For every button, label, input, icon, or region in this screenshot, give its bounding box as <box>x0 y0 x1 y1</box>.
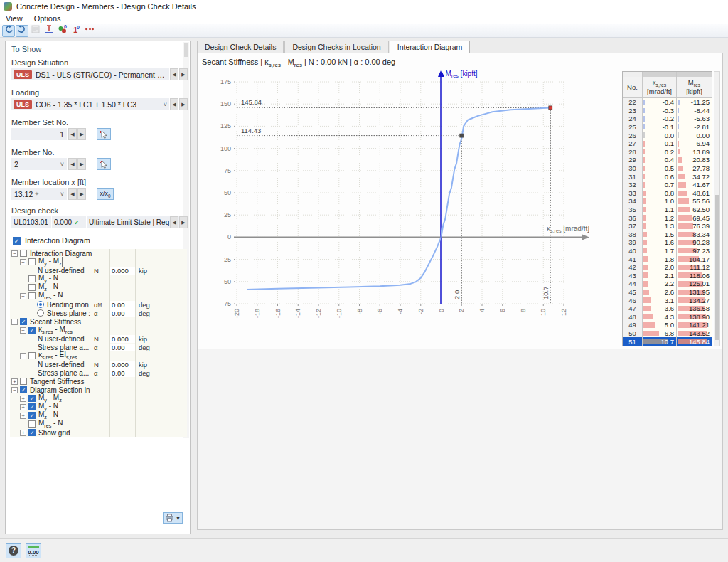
expand-icon[interactable]: + <box>20 430 26 436</box>
checkbox-checked-icon[interactable]: ✓ <box>13 237 21 245</box>
menu-options[interactable]: Options <box>28 14 67 23</box>
checkbox-unchecked-icon[interactable] <box>28 352 36 359</box>
collapse-icon[interactable]: − <box>11 319 18 325</box>
tree-row[interactable]: −✓κs,res - Mres <box>10 326 187 334</box>
table-row[interactable]: 432.1118.06 <box>623 271 712 280</box>
result-values-button[interactable]: 0 <box>56 25 69 37</box>
tree-row[interactable]: −My - Mz <box>10 258 187 266</box>
table-row[interactable]: 422.0111.12 <box>623 263 712 272</box>
tab-design-check-details[interactable]: Design Check Details <box>197 41 284 53</box>
member-set-next-button[interactable]: ▶ <box>77 128 86 140</box>
member-location-next-button[interactable]: ▶ <box>77 188 86 200</box>
radio-on-icon[interactable] <box>37 301 44 308</box>
design-situation-prev-button[interactable]: ◀ <box>170 68 178 80</box>
expand-icon[interactable]: + <box>20 413 26 419</box>
design-situation-combo[interactable]: ULS DS1 - ULS (STR/GEO) - Permanent and … <box>11 68 169 80</box>
checkbox-checked-icon[interactable]: ✓ <box>28 429 36 436</box>
navigate-forward-button[interactable] <box>16 25 28 37</box>
table-row[interactable]: 351.162.50 <box>623 206 712 214</box>
collapse-icon[interactable]: − <box>11 250 18 257</box>
member-set-pick-button[interactable] <box>97 128 111 140</box>
member-location-input[interactable]: 13.12⌖˅ <box>11 188 67 200</box>
expand-icon[interactable]: + <box>20 404 26 410</box>
tree-row[interactable]: Bending monαM0.00deg <box>10 300 187 309</box>
collapse-icon[interactable]: − <box>11 387 18 393</box>
tree-row[interactable]: +✓Show grid <box>10 428 187 437</box>
tree-row[interactable]: Stress plane :α0.00deg <box>10 309 187 317</box>
expand-icon[interactable]: + <box>11 378 18 385</box>
interaction-diagram-toggle[interactable]: ✓ Interaction Diagram <box>13 236 90 245</box>
decimal-places-button[interactable]: 0.00 <box>26 543 41 558</box>
checkbox-unchecked-icon[interactable] <box>28 284 36 291</box>
tree-row-value[interactable]: 0.00 <box>109 369 135 377</box>
menu-view[interactable]: View <box>0 14 28 23</box>
collapse-icon[interactable]: − <box>20 353 26 359</box>
tree-row[interactable]: N user-definedN0.000kip <box>10 334 187 343</box>
checkbox-checked-icon[interactable]: ✓ <box>20 318 27 325</box>
loading-combo[interactable]: ULS CO6 - 1.35 * LC1 + 1.50 * LC3 ˅ <box>11 98 169 110</box>
tree-row-value[interactable]: 0.00 <box>109 309 135 317</box>
collapse-icon[interactable]: − <box>20 293 26 299</box>
table-row[interactable]: 310.634.72 <box>623 172 712 181</box>
tree-row[interactable]: +Tangent Stiffness <box>10 377 187 386</box>
tree-row-value[interactable]: 0.000 <box>109 266 135 275</box>
checkbox-checked-icon[interactable]: ✓ <box>20 386 27 393</box>
radio-off-icon[interactable] <box>37 309 44 317</box>
dimensioning-button[interactable] <box>43 25 55 37</box>
tree-row-value[interactable]: 0.00 <box>109 343 135 351</box>
checkbox-checked-icon[interactable]: ✓ <box>28 395 36 402</box>
design-check-combo[interactable]: UL0103.01 0.000✔ Ultimate Limit State | … <box>11 216 189 228</box>
table-row[interactable]: 341.055.56 <box>623 197 712 206</box>
table-row[interactable]: 452.6131.95 <box>623 288 712 297</box>
member-no-pick-button[interactable] <box>97 158 111 170</box>
checkbox-unchecked-icon[interactable] <box>28 258 36 265</box>
help-button[interactable]: ? <box>6 543 21 558</box>
table-row[interactable]: 290.420.83 <box>623 156 712 164</box>
table-row[interactable]: 24-0.2-5.63 <box>623 115 712 123</box>
design-situation-next-button[interactable]: ▶ <box>179 68 188 80</box>
table-row[interactable]: 473.6136.58 <box>623 304 712 313</box>
table-row[interactable]: 401.797.23 <box>623 247 712 255</box>
checkbox-checked-icon[interactable]: ✓ <box>28 327 36 334</box>
checkbox-unchecked-icon[interactable] <box>28 420 36 428</box>
print-button[interactable]: ▼ <box>163 512 183 524</box>
tree-row[interactable]: N user-definedN0.000kip <box>10 360 187 369</box>
tree-row[interactable]: −κs,res - EIs,res <box>10 351 187 360</box>
tree-row[interactable]: Stress plane a...α0.00deg <box>10 369 187 377</box>
section-line-button[interactable] <box>83 25 96 37</box>
table-row[interactable]: 484.3138.90 <box>623 312 712 321</box>
loading-next-button[interactable]: ▶ <box>179 98 188 110</box>
numbering-button[interactable]: 10 <box>70 25 82 37</box>
table-row[interactable]: 463.1134.27 <box>623 296 712 304</box>
table-row[interactable]: 22-0.4-11.25 <box>623 98 712 107</box>
table-row[interactable]: 381.583.34 <box>623 230 712 239</box>
collapse-icon[interactable]: − <box>20 259 26 265</box>
navigate-back-button[interactable] <box>2 25 15 37</box>
tab-interaction-diagram[interactable]: Interaction Diagram <box>390 41 471 53</box>
design-check-prev-button[interactable]: ◀ <box>170 216 178 228</box>
table-row[interactable]: 506.8143.52 <box>623 329 712 338</box>
table-row[interactable]: 442.2125.01 <box>623 280 712 288</box>
expand-icon[interactable]: + <box>20 396 26 402</box>
checkbox-unchecked-icon[interactable] <box>28 292 36 299</box>
relative-location-button[interactable]: x/x0 <box>97 188 114 200</box>
table-row[interactable]: 270.16.94 <box>623 139 712 148</box>
checkbox-checked-icon[interactable]: ✓ <box>28 412 36 419</box>
tree-row-value[interactable]: 0.000 <box>109 334 135 343</box>
tree-row[interactable]: −Mres - N <box>10 292 187 300</box>
table-row[interactable]: 260.00.00 <box>623 131 712 139</box>
table-row[interactable]: 495.0141.21 <box>623 321 712 329</box>
table-row[interactable]: 320.741.67 <box>623 181 712 189</box>
checkbox-unchecked-icon[interactable] <box>20 378 27 385</box>
member-no-input[interactable]: 2˅ <box>11 158 67 170</box>
member-location-prev-button[interactable]: ◀ <box>68 188 77 200</box>
collapse-icon[interactable]: − <box>20 327 26 334</box>
member-set-prev-button[interactable]: ◀ <box>68 128 77 140</box>
table-scrollbar[interactable] <box>714 71 720 346</box>
table-row[interactable]: 411.8104.17 <box>623 255 712 263</box>
tree-row[interactable]: Mres - N <box>10 420 187 428</box>
table-row[interactable]: 300.527.78 <box>623 164 712 173</box>
checkbox-checked-icon[interactable]: ✓ <box>28 403 36 410</box>
tree-row-value[interactable]: 0.000 <box>109 360 135 369</box>
checkbox-unchecked-icon[interactable] <box>28 275 36 282</box>
